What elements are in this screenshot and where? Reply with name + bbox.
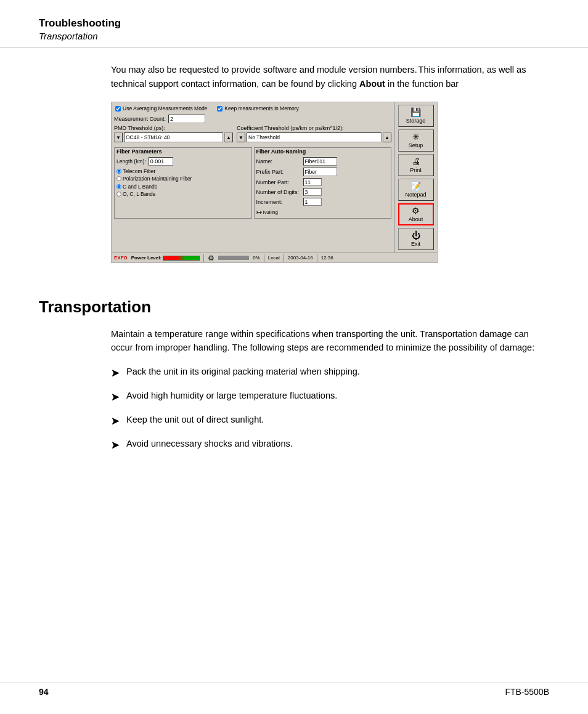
name-label: Name:	[256, 158, 301, 164]
power-level-bar	[163, 256, 200, 261]
bullet-text-3: Keep the unit out of direct sunlight.	[126, 413, 264, 427]
transportation-section: Transportation Maintain a temperature ra…	[0, 283, 588, 453]
coeff-dropdown-down[interactable]: ▼	[237, 132, 245, 142]
notepad-label: Notepad	[405, 192, 426, 198]
status-divider-3	[284, 254, 284, 262]
pmd-threshold-label: PMD Threshold (ps):	[114, 125, 233, 131]
bullet-arrow-3: ➤	[111, 414, 119, 429]
transportation-heading: Transportation	[39, 298, 549, 317]
setup-label: Setup	[409, 142, 423, 148]
pmd-threshold-field[interactable]: OC48 - STM16: 40	[124, 132, 223, 142]
location-label: Local	[268, 255, 280, 261]
coeff-dropdown-up[interactable]: ▲	[383, 132, 391, 142]
pmd-dropdown-up[interactable]: ▲	[224, 132, 233, 142]
increment-label: Increment:	[256, 199, 301, 205]
product-code: FTB-5500B	[505, 687, 549, 697]
bullet-text-1: Pack the unit in its original packing ma…	[126, 365, 360, 379]
pmd-dropdown-down[interactable]: ▼	[114, 132, 123, 142]
setup-icon: ✳	[412, 132, 420, 141]
power-level-label: Power Level:	[131, 255, 161, 261]
bullet-item-1: ➤ Pack the unit in its original packing …	[111, 365, 549, 381]
fiber-auto-naming-title: Fiber Auto-Naming	[255, 148, 391, 155]
telecom-fiber-radio: Telecom Fiber	[116, 168, 250, 174]
checkbox-memory: Keep measurements in Memory	[216, 105, 300, 112]
exit-button[interactable]: ⏻ Exit	[398, 228, 434, 250]
prefix-label: Prefix Part:	[256, 169, 301, 175]
bullet-text-4: Avoid unnecessary shocks and vibrations.	[126, 437, 293, 451]
intro-bold: About	[359, 79, 385, 89]
status-bar: EXFO Power Level: ⚙ 0% Local 2003-04-16 …	[112, 253, 437, 262]
about-icon: ⚙	[412, 206, 420, 215]
storage-icon: 💾	[410, 108, 421, 116]
o-c-l-bands-radio: O, C, L Bands	[116, 191, 250, 197]
page-container: Troubleshooting Transportation You may a…	[0, 0, 588, 714]
intro-paragraph: You may also be requested to provide sof…	[111, 63, 549, 91]
intro-text-before: You may also be requested to provide sof…	[111, 65, 526, 88]
date-label: 2003-04-16	[288, 255, 313, 261]
name-field[interactable]: Fiber011	[303, 157, 337, 166]
fiber-parameters-title: Fiber Parameters	[115, 148, 251, 155]
increment-field[interactable]: 1	[303, 198, 322, 206]
status-divider-1	[203, 254, 204, 262]
measurement-count-row: Measurement Count: 2	[114, 115, 391, 123]
page-number: 94	[39, 687, 49, 697]
measurement-count-label: Measurement Count:	[114, 116, 166, 122]
status-divider-4	[317, 254, 317, 262]
measurement-count-field[interactable]: 2	[168, 115, 205, 123]
coeff-threshold-field[interactable]: No Threshold	[247, 132, 382, 142]
percent-label: 0%	[253, 255, 260, 261]
brand-label: EXFO	[114, 255, 128, 261]
transportation-content: Maintain a temperature range within spec…	[39, 327, 549, 453]
bullet-arrow-2: ➤	[111, 390, 119, 405]
about-label: About	[409, 216, 423, 222]
power-level-section: Power Level:	[131, 255, 200, 261]
screenshot-image: Use Averaging Measurements Mode Keep mea…	[111, 102, 438, 263]
exit-icon: ⏻	[412, 231, 420, 240]
time-label: 12:36	[321, 255, 333, 261]
notepad-button[interactable]: 📝 Notepad	[398, 179, 434, 201]
nulling-indicator: ↦ Nulling	[256, 208, 390, 216]
header-title: Troubleshooting	[39, 17, 549, 30]
screenshot-right-panel: 💾 Storage ✳ Setup 🖨 Print 📝	[394, 102, 437, 253]
page-footer: 94 FTB-5500B	[0, 683, 588, 697]
print-button[interactable]: 🖨 Print	[398, 154, 434, 176]
storage-label: Storage	[406, 118, 426, 124]
progress-bar	[218, 256, 249, 260]
coefficient-threshold-label: Coefficient Threshold (ps/km or ps/km^1/…	[237, 125, 391, 131]
transportation-paragraph: Maintain a temperature range within spec…	[111, 327, 549, 355]
prefix-field[interactable]: Fiber	[303, 168, 337, 176]
fiber-auto-naming-box: Fiber Auto-Naming Name: Fiber011 Prefix …	[254, 147, 392, 219]
status-divider-2	[264, 254, 264, 262]
number-label: Number Part:	[256, 179, 301, 185]
header-subtitle: Transportation	[39, 31, 549, 41]
setup-button[interactable]: ✳ Setup	[398, 129, 434, 152]
exit-label: Exit	[411, 241, 420, 247]
header-section: Troubleshooting Transportation	[0, 0, 588, 48]
print-icon: 🖨	[412, 157, 420, 166]
print-label: Print	[410, 167, 422, 173]
c-l-bands-radio: C and L Bands	[116, 184, 250, 190]
number-field[interactable]: 11	[303, 178, 322, 186]
fiber-parameters-box: Fiber Parameters Length (km): 0.001 Tele…	[114, 147, 252, 219]
digits-field[interactable]: 3	[303, 188, 322, 196]
length-label: Length (km):	[116, 158, 146, 164]
bullet-arrow-4: ➤	[111, 438, 119, 453]
bullet-item-4: ➤ Avoid unnecessary shocks and vibration…	[111, 437, 549, 453]
bullet-text-2: Avoid high humidity or large temperature…	[126, 389, 337, 403]
checkbox-averaging: Use Averaging Measurements Mode	[114, 105, 208, 112]
digits-label: Number of Digits:	[256, 189, 301, 195]
content-section: You may also be requested to provide sof…	[0, 48, 588, 263]
nulling-label: Nulling	[263, 209, 278, 215]
intro-text-after: in the function bar	[385, 79, 459, 89]
notepad-icon: 📝	[410, 182, 421, 190]
bullet-list: ➤ Pack the unit in its original packing …	[111, 365, 549, 453]
polarization-fiber-radio: Polarization-Maintaining Fiber	[116, 176, 250, 182]
bullet-item-2: ➤ Avoid high humidity or large temperatu…	[111, 389, 549, 405]
bullet-item-3: ➤ Keep the unit out of direct sunlight.	[111, 413, 549, 429]
length-field[interactable]: 0.001	[149, 157, 173, 166]
status-icon: ⚙	[208, 254, 214, 262]
screenshot-left-panel: Use Averaging Measurements Mode Keep mea…	[112, 102, 394, 253]
storage-button[interactable]: 💾 Storage	[398, 105, 434, 127]
about-button[interactable]: ⚙ About	[398, 203, 434, 225]
bullet-arrow-1: ➤	[111, 366, 119, 381]
